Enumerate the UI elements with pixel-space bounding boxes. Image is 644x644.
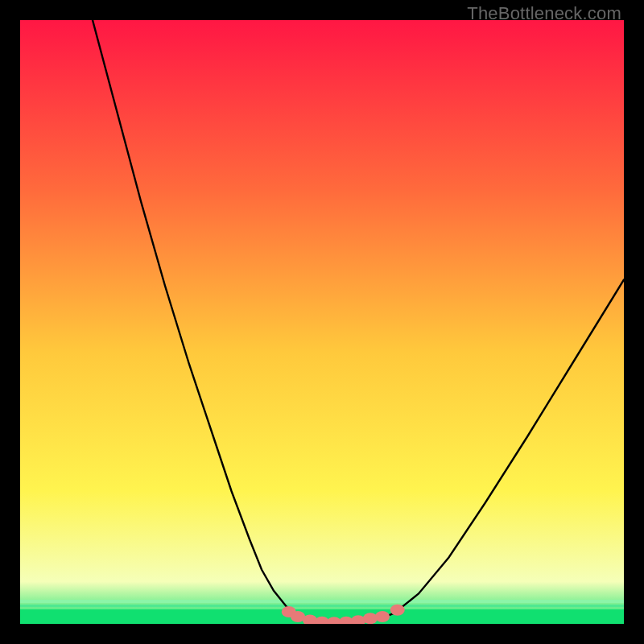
trough-marker [363, 613, 378, 624]
green-stripe-2 [20, 605, 624, 607]
trough-marker [390, 605, 405, 616]
watermark-text: TheBottleneck.com [467, 3, 621, 24]
green-stripe-1 [20, 600, 624, 603]
gradient-background [20, 20, 624, 624]
outer-frame: TheBottleneck.com [0, 0, 644, 644]
bottleneck-chart [20, 20, 624, 624]
trough-marker [375, 611, 390, 622]
